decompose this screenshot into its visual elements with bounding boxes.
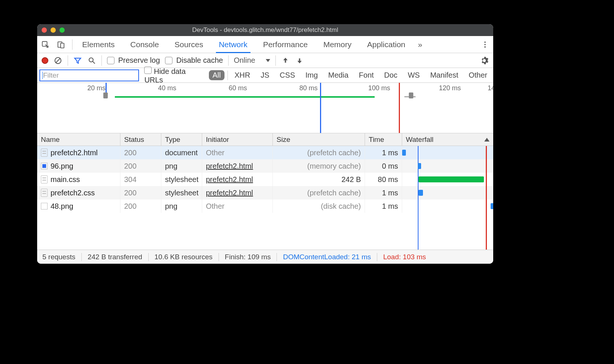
cell-status: 200 xyxy=(120,186,161,199)
upload-har-icon[interactable] xyxy=(281,56,290,65)
cell-initiator: Other xyxy=(202,199,273,213)
cell-initiator[interactable]: prefetch2.html xyxy=(202,159,273,173)
filter-chip-font[interactable]: Font xyxy=(355,70,378,80)
cell-size: (prefetch cache) xyxy=(273,186,365,199)
throttling-value: Online xyxy=(234,56,255,65)
tab-performance[interactable]: Performance xyxy=(260,36,311,53)
filter-chip-xhr[interactable]: XHR xyxy=(231,70,254,80)
preserve-log-checkbox[interactable]: Preserve log xyxy=(107,56,160,65)
tab-console[interactable]: Console xyxy=(127,36,162,53)
load-marker xyxy=(399,83,400,133)
download-har-icon[interactable] xyxy=(295,56,304,65)
col-size[interactable]: Size xyxy=(273,133,365,146)
requests-table: Name Status Type Initiator Size Time Wat… xyxy=(37,133,493,250)
table-header: Name Status Type Initiator Size Time Wat… xyxy=(37,133,493,146)
filter-chip-js[interactable]: JS xyxy=(257,70,273,80)
filter-chip-img[interactable]: Img xyxy=(302,70,321,80)
file-icon xyxy=(41,175,48,183)
cell-initiator: Other xyxy=(202,146,273,159)
col-initiator[interactable]: Initiator xyxy=(202,133,273,146)
overview-tick: 120 ms xyxy=(439,84,461,92)
tab-elements[interactable]: Elements xyxy=(79,36,118,53)
cell-waterfall xyxy=(402,173,493,186)
filter-icon[interactable] xyxy=(73,56,82,65)
cell-initiator[interactable]: prefetch2.html xyxy=(202,186,273,199)
separator xyxy=(68,55,68,66)
record-button[interactable] xyxy=(42,57,48,64)
cell-size: (memory cache) xyxy=(273,159,365,173)
cell-name: 48.png xyxy=(37,199,120,213)
filter-chip-other[interactable]: Other xyxy=(465,70,491,80)
col-waterfall[interactable]: Waterfall xyxy=(402,133,493,146)
table-row[interactable]: prefetch2.css200stylesheetprefetch2.html… xyxy=(37,186,493,199)
checkbox-icon xyxy=(165,57,172,64)
cell-name: prefetch2.css xyxy=(37,186,120,199)
settings-gear-icon[interactable] xyxy=(480,56,489,65)
overview-tick: 100 ms xyxy=(368,84,390,92)
cell-initiator[interactable]: prefetch2.html xyxy=(202,173,273,186)
table-row[interactable]: 48.png200pngOther(disk cache)1 ms xyxy=(37,199,493,213)
close-window-button[interactable] xyxy=(42,27,47,33)
image-icon xyxy=(41,203,48,209)
cell-name: main.css xyxy=(37,173,120,186)
cell-time: 1 ms xyxy=(365,186,402,199)
overview-handle-right[interactable] xyxy=(409,92,413,98)
tab-sources[interactable]: Sources xyxy=(172,36,206,53)
cell-time: 80 ms xyxy=(365,173,402,186)
separator xyxy=(101,55,102,66)
image-icon xyxy=(41,163,48,169)
filter-chip-css[interactable]: CSS xyxy=(276,70,299,80)
hide-data-urls-checkbox[interactable]: Hide data URLs xyxy=(144,66,203,84)
waterfall-bar xyxy=(418,163,421,169)
table-row[interactable]: 96.png200pngprefetch2.html(memory cache)… xyxy=(37,159,493,173)
overview-tick: 60 ms xyxy=(229,84,247,92)
clear-icon[interactable] xyxy=(54,56,62,65)
preserve-log-label: Preserve log xyxy=(118,56,160,65)
status-transferred: 242 B transferred xyxy=(82,253,149,261)
cell-type: png xyxy=(161,199,202,213)
col-status[interactable]: Status xyxy=(120,133,161,146)
timeline-overview[interactable]: 20 ms40 ms60 ms80 ms100 ms120 ms14 xyxy=(37,83,493,133)
col-time[interactable]: Time xyxy=(365,133,402,146)
waterfall-bar xyxy=(402,150,406,156)
waterfall-bar xyxy=(419,190,423,196)
cell-status: 200 xyxy=(120,159,161,173)
checkbox-icon xyxy=(144,66,152,74)
window-title: DevTools - devtools.glitch.me/wndt77/pre… xyxy=(37,26,493,34)
cell-time: 1 ms xyxy=(365,146,402,159)
status-bar: 5 requests 242 B transferred 10.6 KB res… xyxy=(37,250,493,264)
throttling-select[interactable]: Online xyxy=(234,56,270,65)
zoom-window-button[interactable] xyxy=(59,27,65,33)
col-name[interactable]: Name xyxy=(37,133,120,146)
inspect-element-icon[interactable] xyxy=(41,40,50,49)
window-controls xyxy=(42,27,65,33)
filter-chip-manifest[interactable]: Manifest xyxy=(426,70,462,80)
filter-chip-ws[interactable]: WS xyxy=(404,70,423,80)
filter-input[interactable]: Filter xyxy=(39,69,139,81)
minimize-window-button[interactable] xyxy=(51,27,56,33)
table-row[interactable]: main.css304stylesheetprefetch2.html242 B… xyxy=(37,173,493,186)
request-name: main.css xyxy=(51,175,80,184)
chevron-down-icon xyxy=(266,59,270,62)
filter-chip-doc[interactable]: Doc xyxy=(381,70,401,80)
cell-waterfall xyxy=(402,159,493,173)
tab-network[interactable]: Network xyxy=(216,36,251,53)
tab-application[interactable]: Application xyxy=(364,36,408,53)
tab-memory[interactable]: Memory xyxy=(320,36,355,53)
more-tabs-button[interactable]: » xyxy=(415,36,425,53)
waterfall-bar xyxy=(491,203,493,209)
search-icon[interactable] xyxy=(87,56,96,65)
cell-type: document xyxy=(161,146,202,159)
filter-chip-all[interactable]: All xyxy=(209,70,224,80)
dcl-marker xyxy=(320,83,321,133)
filter-bar: Filter Hide data URLs AllXHRJSCSSImgMedi… xyxy=(37,68,493,83)
device-toolbar-icon[interactable] xyxy=(56,40,65,49)
cell-waterfall xyxy=(402,186,493,199)
col-type[interactable]: Type xyxy=(161,133,202,146)
status-resources: 10.6 KB resources xyxy=(149,253,219,261)
disable-cache-checkbox[interactable]: Disable cache xyxy=(165,56,223,65)
kebab-menu-icon[interactable] xyxy=(481,40,489,49)
overview-handle-left[interactable] xyxy=(103,92,108,98)
filter-chip-media[interactable]: Media xyxy=(324,70,352,80)
table-row[interactable]: prefetch2.html200documentOther(prefetch … xyxy=(37,146,493,159)
